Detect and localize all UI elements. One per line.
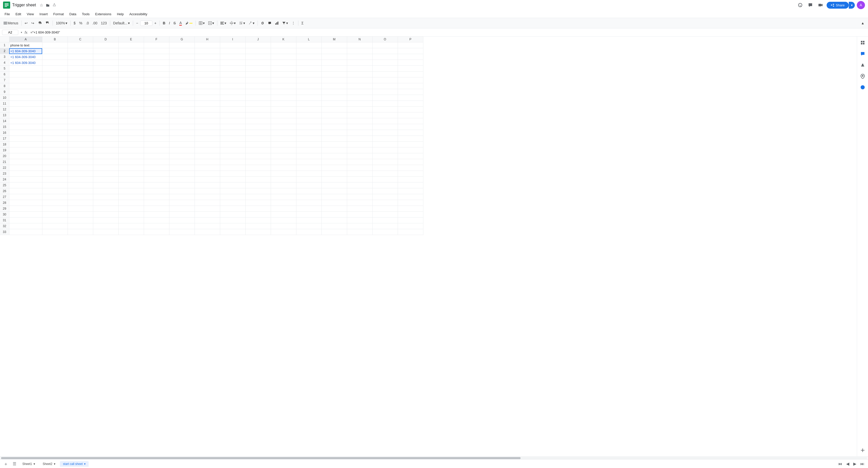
cell-M4[interactable]: [321, 60, 347, 66]
row-header-33[interactable]: 33: [0, 229, 9, 235]
toolbar-collapse-button[interactable]: ▲: [859, 20, 866, 26]
cell-B31[interactable]: [42, 218, 67, 223]
cell-L22[interactable]: [296, 165, 321, 171]
cell-K6[interactable]: [271, 72, 296, 77]
cell-I4[interactable]: [220, 60, 245, 66]
cell-M30[interactable]: [321, 212, 347, 218]
row-header-17[interactable]: 17: [0, 136, 9, 142]
cell-K14[interactable]: [271, 118, 296, 124]
row-header-3[interactable]: 3: [0, 54, 9, 60]
cell-B1[interactable]: [42, 42, 67, 48]
cell-F17[interactable]: [144, 136, 169, 142]
cell-H4[interactable]: [194, 60, 220, 66]
share-dropdown-button[interactable]: ▾: [849, 2, 855, 9]
cell-K22[interactable]: [271, 165, 296, 171]
cell-A29[interactable]: [9, 206, 42, 212]
cell-M33[interactable]: [321, 229, 347, 235]
cell-O1[interactable]: [372, 42, 398, 48]
cell-G26[interactable]: [169, 188, 194, 194]
cell-A22[interactable]: [9, 165, 42, 171]
cell-J19[interactable]: [245, 147, 271, 153]
menu-file[interactable]: File: [2, 11, 12, 17]
cell-J20[interactable]: [245, 153, 271, 159]
cell-G15[interactable]: [169, 124, 194, 130]
cell-H21[interactable]: [194, 159, 220, 165]
cell-A6[interactable]: [9, 72, 42, 77]
cell-O16[interactable]: [372, 130, 398, 136]
cell-D8[interactable]: [93, 83, 118, 89]
cell-L11[interactable]: [296, 101, 321, 107]
cell-F20[interactable]: [144, 153, 169, 159]
cell-G27[interactable]: [169, 194, 194, 200]
cell-H24[interactable]: [194, 177, 220, 182]
fill-color-button[interactable]: [184, 20, 194, 26]
cell-P9[interactable]: [398, 89, 423, 95]
cell-N23[interactable]: [347, 171, 372, 177]
cell-D18[interactable]: [93, 142, 118, 147]
cell-P6[interactable]: [398, 72, 423, 77]
cell-P21[interactable]: [398, 159, 423, 165]
cell-B32[interactable]: [42, 223, 67, 229]
cell-L5[interactable]: [296, 66, 321, 72]
cell-G10[interactable]: [169, 95, 194, 101]
nav-left-button[interactable]: ◀: [845, 460, 851, 467]
cell-H2[interactable]: [194, 48, 220, 54]
cell-E12[interactable]: [118, 107, 144, 112]
cell-J17[interactable]: [245, 136, 271, 142]
cell-D11[interactable]: [93, 101, 118, 107]
cell-C13[interactable]: [67, 112, 93, 118]
cell-F5[interactable]: [144, 66, 169, 72]
cell-I22[interactable]: [220, 165, 245, 171]
cell-J3[interactable]: [245, 54, 271, 60]
cell-D27[interactable]: [93, 194, 118, 200]
cell-O18[interactable]: [372, 142, 398, 147]
cell-D23[interactable]: [93, 171, 118, 177]
cell-H11[interactable]: [194, 101, 220, 107]
cell-C4[interactable]: [67, 60, 93, 66]
cell-L10[interactable]: [296, 95, 321, 101]
cell-L12[interactable]: [296, 107, 321, 112]
history-button[interactable]: [796, 1, 804, 9]
cell-E17[interactable]: [118, 136, 144, 142]
cell-D33[interactable]: [93, 229, 118, 235]
cell-C12[interactable]: [67, 107, 93, 112]
comments-button[interactable]: [806, 1, 814, 9]
cell-I32[interactable]: [220, 223, 245, 229]
cell-I17[interactable]: [220, 136, 245, 142]
cell-M28[interactable]: [321, 200, 347, 206]
col-header-o[interactable]: O: [372, 37, 398, 42]
cell-D3[interactable]: [93, 54, 118, 60]
cell-J10[interactable]: [245, 95, 271, 101]
row-header-18[interactable]: 18: [0, 142, 9, 147]
cell-K15[interactable]: [271, 124, 296, 130]
cell-B16[interactable]: [42, 130, 67, 136]
cell-J21[interactable]: [245, 159, 271, 165]
cell-K5[interactable]: [271, 66, 296, 72]
cell-M9[interactable]: [321, 89, 347, 95]
cell-O21[interactable]: [372, 159, 398, 165]
cell-E6[interactable]: [118, 72, 144, 77]
cell-K4[interactable]: [271, 60, 296, 66]
nav-right-most-button[interactable]: ⏭: [859, 460, 866, 467]
cell-E22[interactable]: [118, 165, 144, 171]
cell-N12[interactable]: [347, 107, 372, 112]
cell-I31[interactable]: [220, 218, 245, 223]
cell-B12[interactable]: [42, 107, 67, 112]
cell-M25[interactable]: [321, 182, 347, 188]
cell-L2[interactable]: [296, 48, 321, 54]
cell-A17[interactable]: [9, 136, 42, 142]
cell-F32[interactable]: [144, 223, 169, 229]
cell-M27[interactable]: [321, 194, 347, 200]
cell-B10[interactable]: [42, 95, 67, 101]
cell-I18[interactable]: [220, 142, 245, 147]
cell-I23[interactable]: [220, 171, 245, 177]
cell-J18[interactable]: [245, 142, 271, 147]
cell-E29[interactable]: [118, 206, 144, 212]
menu-format[interactable]: Format: [51, 11, 66, 17]
cell-J33[interactable]: [245, 229, 271, 235]
cell-L7[interactable]: [296, 77, 321, 83]
cell-D9[interactable]: [93, 89, 118, 95]
cell-A24[interactable]: [9, 177, 42, 182]
cell-E19[interactable]: [118, 147, 144, 153]
cell-K31[interactable]: [271, 218, 296, 223]
